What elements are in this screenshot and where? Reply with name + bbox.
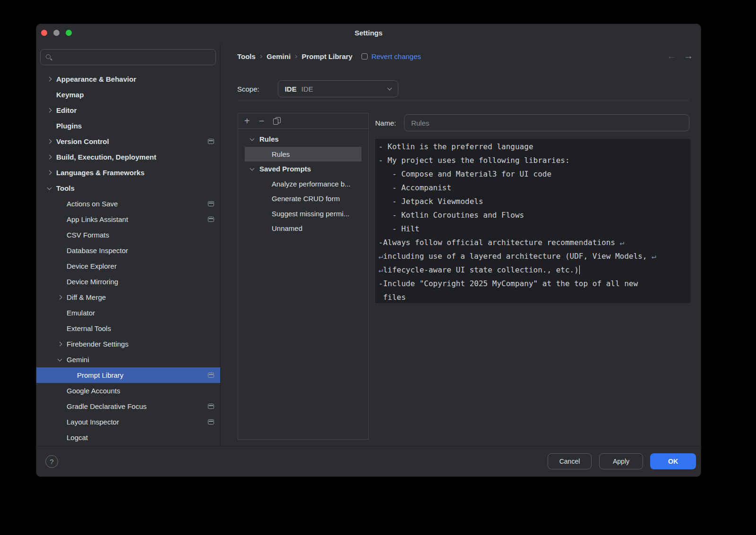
forward-arrow[interactable]: → xyxy=(684,51,693,61)
copy-prompt-button[interactable] xyxy=(273,117,281,125)
scope-row: Scope: IDE IDE xyxy=(237,80,398,97)
sidebar-item-tools[interactable]: Tools xyxy=(36,180,220,196)
prompt-item-generate-crud-form[interactable]: Generate CRUD form xyxy=(245,191,361,206)
sidebar-item-plugins[interactable]: Plugins xyxy=(36,118,220,134)
editor-line-text: - Accompanist xyxy=(378,183,451,192)
sidebar-item-label: Version Control xyxy=(56,137,109,145)
chevron-down-icon[interactable] xyxy=(58,357,62,361)
help-button[interactable]: ? xyxy=(45,455,58,468)
back-arrow[interactable]: ← xyxy=(667,51,676,61)
sidebar-item-diff-merge[interactable]: Diff & Merge xyxy=(36,289,220,305)
prompt-group-rules[interactable]: Rules xyxy=(245,132,361,147)
chevron-down-icon[interactable] xyxy=(250,136,255,141)
editor-line: -Always follow official architecture rec… xyxy=(378,236,690,249)
sidebar-item-version-control[interactable]: Version Control xyxy=(36,134,220,149)
sidebar-item-device-explorer[interactable]: Device Explorer xyxy=(36,258,220,274)
sidebar-item-label: Emulator xyxy=(67,309,95,317)
prompt-name-row: Name: xyxy=(375,114,689,131)
prompt-item-rules[interactable]: Rules xyxy=(245,147,361,162)
sidebar-item-google-accounts[interactable]: Google Accounts xyxy=(36,383,220,399)
sidebar-item-logcat[interactable]: Logcat xyxy=(36,430,220,445)
prompt-group-saved-prompts[interactable]: Saved Prompts xyxy=(245,161,361,177)
prompt-list-panel: + − RulesRulesSaved PromptsAnalyze perfo… xyxy=(238,113,369,440)
sidebar-item-label: Plugins xyxy=(56,122,82,130)
chevron-down-icon[interactable] xyxy=(250,166,255,170)
soft-wrap-icon: ↵ xyxy=(620,238,625,247)
sidebar-item-app-links-assistant[interactable]: App Links Assistant xyxy=(36,212,220,227)
sidebar-item-build-execution-deployment[interactable]: Build, Execution, Deployment xyxy=(36,149,220,165)
footer-bar: ? Cancel Apply OK xyxy=(36,446,701,476)
history-navigation: ← → xyxy=(667,51,693,61)
chevron-slot xyxy=(48,187,56,189)
chevron-right-icon[interactable] xyxy=(58,295,62,300)
sidebar-item-database-inspector[interactable]: Database Inspector xyxy=(36,243,220,258)
ok-button[interactable]: OK xyxy=(650,453,696,469)
search-icon xyxy=(45,54,52,61)
editor-line-text: - Jetpack Viewmodels xyxy=(378,197,483,206)
prompt-item-label: Saved Prompts xyxy=(259,165,311,173)
revert-changes-link[interactable]: Revert changes xyxy=(371,52,421,60)
settings-search-box[interactable] xyxy=(40,49,216,65)
remove-prompt-button[interactable]: − xyxy=(259,116,265,126)
cancel-button[interactable]: Cancel xyxy=(548,453,592,469)
breadcrumb-prompt-library[interactable]: Prompt Library xyxy=(301,52,352,60)
sidebar-item-languages-frameworks[interactable]: Languages & Frameworks xyxy=(36,165,220,180)
scope-dropdown[interactable]: IDE IDE xyxy=(278,80,398,97)
chevron-right-icon[interactable] xyxy=(58,342,62,347)
chevron-slot xyxy=(48,155,56,159)
name-label: Name: xyxy=(375,119,396,127)
sidebar-item-actions-on-save[interactable]: Actions on Save xyxy=(36,196,220,212)
soft-wrap-icon: ↵ xyxy=(652,252,656,261)
sidebar-item-layout-inspector[interactable]: Layout Inspector xyxy=(36,414,220,430)
breadcrumb-gemini[interactable]: Gemini xyxy=(266,52,291,60)
breadcrumb: Tools › Gemini › Prompt Library Revert c… xyxy=(237,51,421,61)
breadcrumb-tools[interactable]: Tools xyxy=(237,52,256,60)
search-input[interactable] xyxy=(56,53,211,61)
sidebar-item-csv-formats[interactable]: CSV Formats xyxy=(36,227,220,243)
soft-wrap-icon: ↵ xyxy=(378,265,383,274)
prompt-item-unnamed[interactable]: Unnamed xyxy=(245,221,361,236)
editor-line-text: - Hilt xyxy=(378,224,420,233)
chevron-right-icon[interactable] xyxy=(47,155,52,160)
sidebar-item-editor[interactable]: Editor xyxy=(36,102,220,118)
chevron-slot xyxy=(58,359,67,361)
sidebar-item-label: Database Inspector xyxy=(67,246,128,255)
sidebar-item-external-tools[interactable]: External Tools xyxy=(36,321,220,336)
chevron-right-icon[interactable] xyxy=(47,108,52,113)
sidebar-item-label: Layout Inspector xyxy=(67,418,119,426)
chevron-slot xyxy=(48,77,56,81)
text-caret xyxy=(579,265,580,274)
scope-divider xyxy=(237,101,689,101)
sidebar-item-gemini[interactable]: Gemini xyxy=(36,352,220,367)
sidebar-item-appearance-behavior[interactable]: Appearance & Behavior xyxy=(36,71,220,87)
sidebar-item-gradle-declarative-focus[interactable]: Gradle Declarative Focus xyxy=(36,399,220,414)
editor-line-text: including use of a layered architecture … xyxy=(383,252,652,261)
chevron-right-icon[interactable] xyxy=(47,77,52,82)
sidebar-item-keymap[interactable]: Keymap xyxy=(36,87,220,102)
apply-button[interactable]: Apply xyxy=(599,453,643,469)
chevron-slot xyxy=(48,109,56,112)
titlebar[interactable]: Settings xyxy=(36,24,701,43)
sidebar-item-prompt-library[interactable]: Prompt Library xyxy=(36,367,220,383)
sidebar-item-label: Device Explorer xyxy=(67,262,117,270)
sidebar-item-firebender-settings[interactable]: Firebender Settings xyxy=(36,336,220,352)
sidebar-item-device-mirroring[interactable]: Device Mirroring xyxy=(36,274,220,289)
editor-line: - Compose and Material3 for UI code xyxy=(378,167,690,181)
editor-line: - Jetpack Viewmodels xyxy=(378,195,690,208)
prompt-name-input[interactable] xyxy=(404,114,689,131)
editor-line-text: - Kotlin Coroutines and Flows xyxy=(378,211,524,220)
add-prompt-button[interactable]: + xyxy=(244,116,250,126)
chevron-right-icon[interactable] xyxy=(47,170,52,175)
prompt-item-suggest-missing-permi[interactable]: Suggest missing permi... xyxy=(245,206,361,221)
editor-line-text: lifecycle-aware UI state collection., et… xyxy=(383,265,579,274)
revert-icon xyxy=(361,53,368,59)
breadcrumb-separator: › xyxy=(260,52,262,60)
prompt-item-label: Rules xyxy=(272,150,290,158)
prompt-item-analyze-performance-b[interactable]: Analyze performance b... xyxy=(245,177,361,192)
sidebar-item-label: Diff & Merge xyxy=(67,293,106,301)
prompt-text-editor[interactable]: - Kotlin is the preferred language- My p… xyxy=(375,139,690,303)
chevron-right-icon[interactable] xyxy=(47,139,52,144)
sidebar-item-emulator[interactable]: Emulator xyxy=(36,305,220,321)
chevron-slot xyxy=(58,296,67,299)
chevron-down-icon[interactable] xyxy=(47,185,52,190)
